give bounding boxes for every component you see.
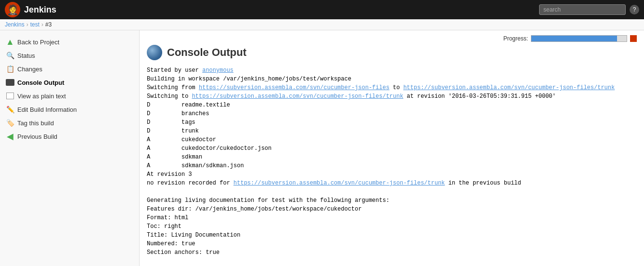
sidebar-item-tag-this-build[interactable]: 🏷️ Tag this build (0, 116, 139, 130)
progress-area: Progress: (147, 35, 637, 42)
sidebar-item-edit-build-info[interactable]: ✏️ Edit Build Information (0, 103, 139, 116)
console-heading: Console Output (167, 46, 246, 59)
breadcrumb-test[interactable]: test (30, 21, 39, 28)
breadcrumb-sep-1: › (26, 21, 28, 28)
progress-bar-fill (531, 36, 617, 41)
sidebar-label-tag-this-build: Tag this build (17, 120, 54, 127)
console-icon (6, 78, 14, 87)
sidebar-item-previous-build[interactable]: ◀ Previous Build (0, 130, 139, 143)
magnifier-icon: 🔍 (6, 51, 14, 60)
arrow-up-icon: ▲ (6, 38, 14, 46)
sidebar-item-changes[interactable]: 📋 Changes (0, 62, 139, 76)
sidebar-label-console-output: Console Output (17, 79, 64, 86)
changes-icon: 📋 (6, 65, 14, 73)
log-link-svn3[interactable]: https://subversion.assembla.com/svn/cucu… (192, 93, 403, 100)
sidebar-label-changes: Changes (17, 66, 42, 73)
header-right: ? (539, 4, 639, 15)
console-ball-icon (147, 45, 162, 60)
breadcrumb-jenkins[interactable]: Jenkins (5, 21, 25, 28)
plain-text-icon (6, 92, 14, 100)
sidebar-item-console-output[interactable]: Console Output (0, 76, 139, 89)
layout: ▲ Back to Project 🔍 Status 📋 Changes Con… (0, 30, 644, 266)
search-input[interactable] (539, 4, 626, 15)
sidebar-item-view-as-plain-text[interactable]: View as plain text (0, 89, 139, 103)
log-link-anonymous[interactable]: anonymous (202, 67, 233, 74)
breadcrumb: Jenkins › test › #3 (0, 19, 644, 30)
header-left: 🤵 Jenkins (5, 2, 56, 17)
log-text-revision-header: at revision '2016-03-26T05:39:31.915 +00… (147, 93, 556, 186)
prev-build-icon: ◀ (6, 132, 14, 141)
console-log: Started by user anonymous Building in wo… (147, 66, 637, 266)
breadcrumb-build-num: #3 (45, 21, 52, 28)
log-text-started: Started by user (147, 67, 202, 74)
tag-icon: 🏷️ (6, 119, 14, 127)
log-text-prev-build: in the previous build Generating living … (147, 180, 521, 266)
progress-stop-button[interactable] (630, 35, 637, 42)
sidebar-label-previous-build: Previous Build (17, 133, 57, 140)
sidebar-label-edit-build-info: Edit Build Information (17, 106, 77, 113)
breadcrumb-sep-2: › (41, 21, 43, 28)
log-text-switching: Switching to (147, 93, 192, 100)
sidebar: ▲ Back to Project 🔍 Status 📋 Changes Con… (0, 30, 140, 266)
sidebar-item-status[interactable]: 🔍 Status (0, 49, 139, 62)
progress-bar (531, 35, 627, 42)
main-content: Progress: Console Output Started by user… (140, 30, 644, 266)
sidebar-label-status: Status (17, 52, 35, 59)
sidebar-item-back-to-project[interactable]: ▲ Back to Project (0, 35, 139, 49)
log-text-to: to (389, 84, 403, 91)
log-link-svn1[interactable]: https://subversion.assembla.com/svn/cucu… (199, 84, 389, 91)
header: 🤵 Jenkins ? (0, 0, 644, 19)
help-icon[interactable]: ? (630, 5, 639, 14)
sidebar-label-view-as-plain-text: View as plain text (17, 93, 66, 100)
log-link-svn2[interactable]: https://subversion.assembla.com/svn/cucu… (403, 84, 615, 91)
log-link-svn4[interactable]: https://subversion.assembla.com/svn/cucu… (233, 180, 445, 186)
progress-label: Progress: (503, 35, 528, 42)
console-title: Console Output (147, 45, 637, 60)
jenkins-title: Jenkins (24, 5, 56, 15)
jenkins-logo: 🤵 (5, 2, 20, 17)
edit-icon: ✏️ (6, 105, 14, 114)
sidebar-label-back-to-project: Back to Project (17, 39, 59, 46)
